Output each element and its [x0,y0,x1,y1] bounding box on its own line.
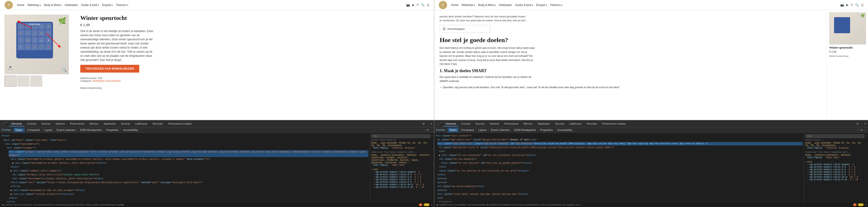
tab-sources[interactable]: Sources [39,122,53,127]
devtools-sub-icon-3[interactable]: ⋮ [430,129,432,131]
right-consent-link[interactable]: Beheer toestemming [829,55,866,57]
nav-body-mind[interactable]: Body & Mind [44,3,61,7]
r-tab-recorder[interactable]: Recorder [585,122,599,127]
youtube-icon[interactable]: ▶ [412,3,414,7]
styles-tab-properties[interactable]: Properties [104,128,121,132]
r-devtools-more-icon[interactable]: ⋮ [860,122,863,125]
r-devtools-sub-icon-2[interactable]: ⊞ [861,129,863,131]
tab-performance-insights[interactable]: Performance insights [166,122,194,127]
tab-performance[interactable]: Performance [68,122,87,127]
r-styles-tab-properties[interactable]: Properties [538,128,555,132]
r-styles-tab-accessibility[interactable]: Accessibility [555,128,574,132]
tab-recorder[interactable]: Recorder [150,122,165,127]
r-tab-performance-insights[interactable]: Performance insights [600,122,628,127]
r-styles-tab-dom-breakpoints[interactable]: DOM Breakpoints [512,128,538,132]
pinterest-icon[interactable]: P [417,3,419,7]
r-devtools-close-icon[interactable]: ✕ [864,122,866,125]
r-styles-tab-event-listeners[interactable]: Event Listeners [489,128,512,132]
category-link[interactable]: Activiteiten voor kinderen [92,79,121,82]
r-devtools-sub-icon-1[interactable]: ↑↓ [857,129,859,131]
tab-security[interactable]: Security [119,122,132,127]
plant-decoration: 🌿 [58,17,66,25]
cart-icon[interactable]: Q [427,3,429,7]
right-html-panel[interactable]: <div class="post-content"> <p class="dpp… [434,133,804,202]
r-tab-security[interactable]: Security [553,122,566,127]
right-logo[interactable]: S [439,1,447,9]
thumbnail-2[interactable] [18,76,29,87]
right-styles-toolbar: Font-fam Styles Computed Layout Event Li… [434,127,868,133]
devtools-phone-icon[interactable]: 📱 [5,122,9,126]
tab-application[interactable]: Application [101,122,118,127]
styles-tab-layout[interactable]: Layout [42,128,54,132]
tab-network[interactable]: Network [54,122,67,127]
r-devtools-cursor-icon[interactable]: ⬚ [436,122,439,126]
styles-tab-styles[interactable]: Styles [13,128,25,132]
r-tab-memory[interactable]: Memory [521,122,535,127]
r-cart-icon[interactable]: Q [861,3,863,7]
r-tab-console[interactable]: Console [459,122,472,127]
devtools-cursor-icon[interactable]: ⬚ [2,122,5,126]
add-to-cart-button[interactable]: TOEVOEGEN AAN WINKELWAGEN [80,65,139,73]
nav-geldzaken[interactable]: Geldzaken [65,3,78,7]
search-icon[interactable]: 🔍 [421,3,425,7]
nav-ouder-kind[interactable]: Ouder & kind [81,3,99,7]
zoom-icon[interactable]: 🔍 [62,68,67,72]
new-style-icon[interactable]: + [431,135,432,137]
r-nav-themas[interactable]: Thema's [550,3,562,7]
styles-tab-computed[interactable]: Computed [25,128,42,132]
r-styles-tab-styles[interactable]: Styles [447,128,459,132]
r-nav-geldzaken[interactable]: Geldzaken [499,3,512,7]
r-youtube-icon[interactable]: ▶ [846,3,848,7]
mini-product-image: 🌿 [829,12,866,44]
r-styles-tab-layout[interactable]: Layout [476,128,489,132]
left-html-panel[interactable]: <html> <main id="main" class="site-main"… [0,133,370,202]
r-nav-ouder-kind[interactable]: Ouder & kind [515,3,533,7]
r-nav-body-mind[interactable]: Body & Mind [478,3,496,7]
article-number: 023 [98,77,102,79]
r-nav-home[interactable]: Home [451,3,459,7]
r-styles-tab-computed[interactable]: Computed [459,128,476,132]
nav-themas[interactable]: Thema's [116,3,128,7]
r-devtools-phone-icon[interactable]: 📱 [439,122,443,126]
styles-tab-event-listeners[interactable]: Event Listeners [55,128,78,132]
r-tab-sources[interactable]: Sources [473,122,487,127]
nav-home[interactable]: Home [17,3,24,7]
instagram-icon[interactable]: 📷 [406,3,410,7]
r-tab-network[interactable]: Network [488,122,501,127]
r-instagram-icon[interactable]: 📷 [840,3,844,7]
styles-tab-accessibility[interactable]: Accessibility [121,128,140,132]
thumbnail-3[interactable] [30,76,42,87]
nav-webshop[interactable]: Webshop [28,3,41,7]
consent-link[interactable]: Beheer toestemming [80,87,427,89]
styles-rule-3: :root --wp-preset-aspect-ratio-square: 1… [371,168,433,188]
devtools-close-icon[interactable]: ✕ [430,122,432,125]
tab-elements[interactable]: Elements [9,122,24,127]
devtools-sub-icon-1[interactable]: ↑↓ [423,129,425,131]
r-search-icon[interactable]: 🔍 [855,3,859,7]
tab-console[interactable]: Console [25,122,38,127]
r-tab-elements[interactable]: Elements [443,122,459,127]
r-nav-eropuit[interactable]: Eropuit [536,3,547,7]
r-new-style-icon[interactable]: + [865,135,867,137]
styles-tab-dom-breakpoints[interactable]: DOM Breakpoints [78,128,104,132]
r-nav-webshop[interactable]: Webshop [462,3,475,7]
devtools-sub-icon-2[interactable]: ⊞ [427,129,429,131]
r-styles-filter-input[interactable] [805,134,864,138]
r-tab-application[interactable]: Application [535,122,552,127]
styles-filter-input[interactable] [371,134,430,138]
r-error-badge: 1 [853,203,857,206]
r-tab-performance[interactable]: Performance [502,122,521,127]
r-devtools-sub-icon-3[interactable]: ⋮ [864,129,866,131]
nav-eropuit[interactable]: Eropuit [102,3,113,7]
r-devtools-settings-icon[interactable]: ⚙ [857,122,859,125]
thumbnail-1[interactable] [5,76,17,87]
bingo-card: Winter bingo ❄ 🐦 🌲 ⛄ 🏠 🦊 ☁ 🌙 ⭐ [16,22,53,58]
r-tab-lighthouse[interactable]: Lighthouse [567,122,584,127]
devtools-settings-icon[interactable]: ⚙ [423,122,425,125]
left-logo[interactable]: S [5,1,13,9]
devtools-more-icon[interactable]: ⋮ [426,122,429,125]
tab-lighthouse[interactable]: Lighthouse [133,122,150,127]
r-pinterest-icon[interactable]: P [851,3,853,7]
tab-memory[interactable]: Memory [87,122,101,127]
category-label: Categorie: [80,79,92,82]
